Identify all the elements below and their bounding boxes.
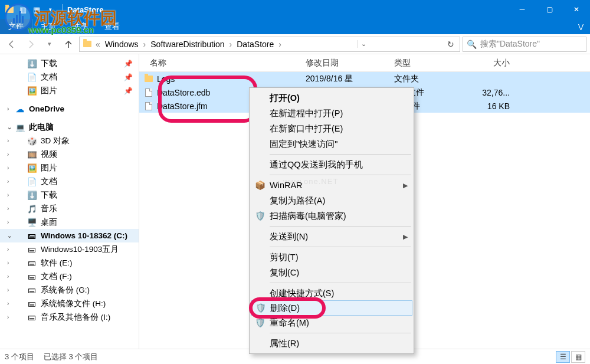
chevron-right-icon[interactable]: › — [7, 273, 9, 280]
drive-icon: 🖴 — [27, 313, 37, 322]
tab-share[interactable]: 共享 — [64, 19, 96, 34]
col-size[interactable]: 大小 — [458, 58, 516, 68]
col-name[interactable]: 名称 — [144, 58, 300, 68]
qat-dropdown[interactable]: ▾ — [44, 4, 56, 15]
pin-icon: 📌 — [124, 73, 139, 81]
folder-icon — [4, 4, 15, 15]
refresh-button[interactable]: ↻ — [444, 40, 457, 49]
titlebar: ▥ ▦ ▾ DataStore ─ ▢ ✕ — [0, 0, 590, 19]
winrar-icon: 📦 — [255, 180, 266, 191]
menu-copy[interactable]: 复制(C) — [251, 265, 412, 280]
menu-rename[interactable]: 🛡️重命名(M) — [251, 315, 412, 330]
chevron-right-icon[interactable]: › — [7, 287, 9, 293]
chevron-right-icon[interactable]: › — [7, 205, 9, 212]
chevron-down-icon[interactable]: ⌄ — [7, 124, 12, 130]
file-size: 32,76... — [458, 88, 516, 97]
crumb-softdist[interactable]: SoftwareDistribution — [149, 40, 226, 49]
chevron-right-icon[interactable]: › — [7, 192, 9, 198]
chevron-right-icon[interactable]: › — [7, 165, 9, 171]
crumb-sep-icon[interactable]: › — [277, 40, 283, 49]
menu-copy-path[interactable]: 复制为路径(A) — [251, 193, 412, 208]
ribbon-expand[interactable]: ⋁ — [571, 23, 590, 31]
sidebar-item-desktop[interactable]: ›🖥️桌面 — [0, 215, 139, 229]
menu-properties[interactable]: 属性(R) — [251, 336, 412, 351]
sidebar-item-pictures[interactable]: 🖼️图片📌 — [0, 84, 139, 97]
status-count: 3 个项目 — [5, 352, 44, 362]
menu-scan[interactable]: 🛡️扫描病毒(电脑管家) — [251, 208, 412, 224]
chevron-right-icon[interactable]: › — [7, 246, 9, 252]
sidebar-item-music[interactable]: ›🎵音乐 — [0, 202, 139, 215]
sidebar-item-documents2[interactable]: ›📄文档 — [0, 175, 139, 188]
sidebar-item-3d[interactable]: ›🎲3D 对象 — [0, 134, 139, 147]
minimize-button[interactable]: ─ — [509, 0, 536, 19]
view-icons-button[interactable]: ▦ — [571, 351, 585, 363]
chevron-right-icon[interactable]: › — [7, 314, 9, 320]
nav-forward[interactable] — [22, 36, 39, 53]
nav-recent[interactable]: ▾ — [41, 36, 58, 53]
crumb-sep-icon[interactable]: › — [142, 40, 148, 49]
menu-open-new-window[interactable]: 在新窗口中打开(E) — [251, 121, 412, 136]
sidebar-item-videos[interactable]: ›🎞️视频 — [0, 147, 139, 161]
chevron-right-icon[interactable]: › — [7, 219, 9, 225]
status-selected: 已选择 3 个项目 — [44, 352, 107, 362]
menu-open-new-process[interactable]: 在新进程中打开(P) — [251, 106, 412, 121]
col-date[interactable]: 修改日期 — [300, 58, 388, 68]
nav-back[interactable] — [4, 36, 20, 53]
tab-home[interactable]: 主页 — [32, 19, 64, 34]
view-details-button[interactable]: ☰ — [556, 351, 570, 363]
maximize-button[interactable]: ▢ — [536, 0, 563, 19]
picture-icon: 🖼️ — [27, 86, 37, 96]
menu-separator — [270, 226, 411, 227]
download-icon: ⬇️ — [27, 191, 37, 200]
chevron-right-icon[interactable]: › — [7, 300, 9, 307]
sidebar-item-gdrive[interactable]: ›🖴系统备份 (G:) — [0, 283, 139, 297]
drive-icon: 🖴 — [27, 245, 37, 254]
menu-shortcut[interactable]: 创建快捷方式(S) — [251, 286, 412, 301]
nav-up[interactable] — [60, 36, 77, 53]
sidebar-item-edrive[interactable]: ›🖴软件 (E:) — [0, 256, 139, 270]
menu-cut[interactable]: 剪切(T) — [251, 250, 412, 265]
chevron-right-icon[interactable]: › — [7, 178, 9, 185]
shield-icon: 🛡️ — [255, 211, 266, 221]
file-icon — [144, 88, 153, 97]
chevron-down-icon[interactable]: ⌄ — [7, 232, 12, 239]
qat-btn-1[interactable]: ▥ — [17, 4, 29, 15]
cube-icon: 🎲 — [27, 136, 37, 146]
addr-dropdown[interactable]: ⌄ — [357, 40, 370, 48]
sidebar-item-cdrive[interactable]: ⌄🖴Windows 10-18362 (C:) — [0, 229, 139, 242]
menu-pin-quick[interactable]: 固定到"快速访问" — [251, 136, 412, 152]
menu-separator — [270, 154, 411, 155]
sidebar-item-thispc[interactable]: ⌄💻此电脑 — [0, 120, 139, 134]
tab-view[interactable]: 查看 — [96, 19, 128, 34]
crumb-sep-icon[interactable]: › — [228, 40, 234, 49]
close-button[interactable]: ✕ — [563, 0, 590, 19]
crumb-datastore[interactable]: DataStore — [235, 40, 276, 49]
qat-btn-2[interactable]: ▦ — [31, 4, 42, 15]
sidebar-item-fdrive[interactable]: ›🖴文档 (F:) — [0, 270, 139, 283]
search-input[interactable]: 🔍 搜索"DataStore" — [463, 37, 586, 52]
window-title: DataStore — [65, 5, 103, 14]
sidebar-item-ddrive[interactable]: ›🖴Windows10-1903五月 — [0, 242, 139, 256]
sidebar-item-downloads[interactable]: ⬇️下载📌 — [0, 57, 139, 70]
menu-delete[interactable]: 🛡️删除(D) — [251, 300, 412, 316]
crumb-windows[interactable]: Windows — [103, 40, 140, 49]
menu-qq-send[interactable]: 通过QQ发送到我的手机 — [251, 157, 412, 172]
chevron-right-icon[interactable]: › — [7, 106, 9, 112]
chevron-right-icon[interactable]: › — [7, 137, 9, 144]
menu-send-to[interactable]: 发送到(N)▶ — [251, 229, 412, 244]
column-header[interactable]: 名称 修改日期 类型 大小 — [139, 54, 590, 72]
sidebar-item-documents[interactable]: 📄文档📌 — [0, 70, 139, 84]
sidebar-item-onedrive[interactable]: ›☁OneDrive — [0, 102, 139, 116]
tab-file[interactable]: 文件 — [0, 19, 32, 34]
table-row[interactable]: Logs 2019/8/16 星 文件夹 — [139, 72, 590, 86]
menu-open[interactable]: 打开(O) — [251, 90, 412, 106]
sidebar-item-hdrive[interactable]: ›🖴系统镜像文件 (H:) — [0, 297, 139, 310]
chevron-right-icon[interactable]: › — [7, 151, 9, 158]
chevron-right-icon[interactable]: › — [7, 260, 9, 266]
breadcrumb[interactable]: « Windows › SoftwareDistribution › DataS… — [79, 37, 460, 52]
sidebar-item-downloads2[interactable]: ›⬇️下载 — [0, 188, 139, 202]
sidebar-item-pictures2[interactable]: ›🖼️图片 — [0, 161, 139, 175]
sidebar-item-idrive[interactable]: ›🖴音乐及其他备份 (I:) — [0, 310, 139, 324]
col-type[interactable]: 类型 — [388, 58, 458, 68]
breadcrumb-overflow[interactable]: « — [94, 40, 102, 49]
